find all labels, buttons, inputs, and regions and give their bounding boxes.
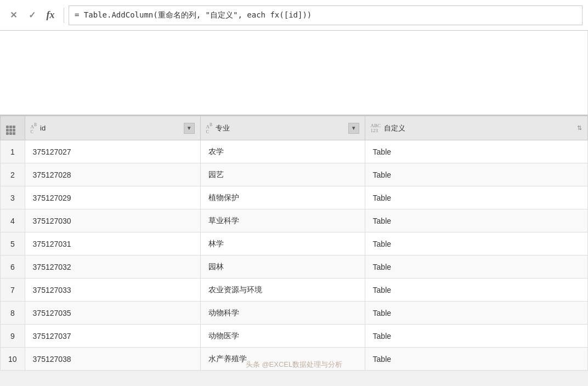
cell-rownum: 5 [1, 232, 25, 256]
cell-rownum: 9 [1, 325, 25, 348]
blank-area [0, 31, 588, 116]
formula-input[interactable] [69, 5, 583, 25]
cell-custom[interactable]: Table [365, 232, 587, 256]
cell-major: 农业资源与环境 [200, 279, 365, 302]
table-container: AB C id ▼ AB C [0, 116, 588, 371]
cell-id: 375127028 [25, 163, 200, 186]
table-row: 5375127031林学Table [1, 232, 588, 256]
cell-custom[interactable]: Table [365, 302, 587, 325]
col-custom-label: 自定义 [384, 123, 405, 133]
table-row: 2375127028园艺Table [1, 163, 588, 186]
cell-major: 水产养殖学 [200, 348, 365, 371]
fx-button[interactable]: fx [43, 8, 58, 23]
cell-rownum: 8 [1, 302, 25, 325]
cell-custom[interactable]: Table [365, 140, 587, 163]
table-row: 3375127029植物保护Table [1, 186, 588, 209]
cancel-button[interactable]: ✕ [5, 8, 21, 23]
cell-id: 375127030 [25, 209, 200, 232]
table-row: 1375127027农学Table [1, 140, 588, 163]
table-row: 10375127038水产养殖学Table [1, 348, 588, 371]
cell-rownum: 6 [1, 256, 25, 279]
table-body: 1375127027农学Table2375127028园艺Table337512… [1, 140, 588, 371]
cell-custom[interactable]: Table [365, 186, 587, 209]
cell-id: 375127029 [25, 186, 200, 209]
cell-rownum: 2 [1, 163, 25, 186]
col-id-label: id [40, 124, 46, 132]
cell-id: 375127032 [25, 256, 200, 279]
col-type-abc123-custom: ABC 123 [371, 123, 381, 133]
cell-custom[interactable]: Table [365, 209, 587, 232]
col-major-label: 专业 [216, 123, 230, 133]
formula-bar: ✕ ✓ fx [0, 0, 588, 31]
table-row: 8375127035动物科学Table [1, 302, 588, 325]
data-table: AB C id ▼ AB C [0, 116, 588, 371]
cell-major: 林学 [200, 232, 365, 256]
cell-rownum: 7 [1, 279, 25, 302]
cell-id: 375127031 [25, 232, 200, 256]
cell-rownum: 10 [1, 348, 25, 371]
col-type-abc-major: AB C [206, 122, 213, 134]
cell-rownum: 4 [1, 209, 25, 232]
grid-icon [6, 126, 15, 135]
cell-major: 园林 [200, 256, 365, 279]
col-custom-sort-icon[interactable]: ⇅ [577, 124, 582, 132]
cell-id: 375127027 [25, 140, 200, 163]
th-major: AB C 专业 ▼ [200, 116, 365, 140]
table-header-row: AB C id ▼ AB C [1, 116, 588, 140]
cell-id: 375127038 [25, 348, 200, 371]
cell-major: 农学 [200, 140, 365, 163]
cell-custom[interactable]: Table [365, 163, 587, 186]
col-id-dropdown[interactable]: ▼ [184, 123, 195, 134]
table-row: 7375127033农业资源与环境Table [1, 279, 588, 302]
cell-custom[interactable]: Table [365, 256, 587, 279]
cell-custom[interactable]: Table [365, 325, 587, 348]
cell-rownum: 1 [1, 140, 25, 163]
table-row: 4375127030草业科学Table [1, 209, 588, 232]
th-rownum [1, 116, 25, 140]
confirm-button[interactable]: ✓ [24, 8, 39, 23]
cell-rownum: 3 [1, 186, 25, 209]
cell-id: 375127035 [25, 302, 200, 325]
th-custom: ABC 123 自定义 ⇅ [365, 116, 587, 140]
cell-major: 动物医学 [200, 325, 365, 348]
table-row: 9375127037动物医学Table [1, 325, 588, 348]
col-major-dropdown[interactable]: ▼ [348, 123, 359, 134]
th-id: AB C id ▼ [25, 116, 200, 140]
cell-major: 植物保护 [200, 186, 365, 209]
col-type-abc-id: AB C [31, 122, 37, 134]
table-row: 6375127032园林Table [1, 256, 588, 279]
cell-major: 动物科学 [200, 302, 365, 325]
cell-custom[interactable]: Table [365, 348, 587, 371]
cell-major: 草业科学 [200, 209, 365, 232]
formula-icons: ✕ ✓ fx [5, 8, 64, 23]
cell-id: 375127033 [25, 279, 200, 302]
cell-custom[interactable]: Table [365, 279, 587, 302]
cell-major: 园艺 [200, 163, 365, 186]
cell-id: 375127037 [25, 325, 200, 348]
